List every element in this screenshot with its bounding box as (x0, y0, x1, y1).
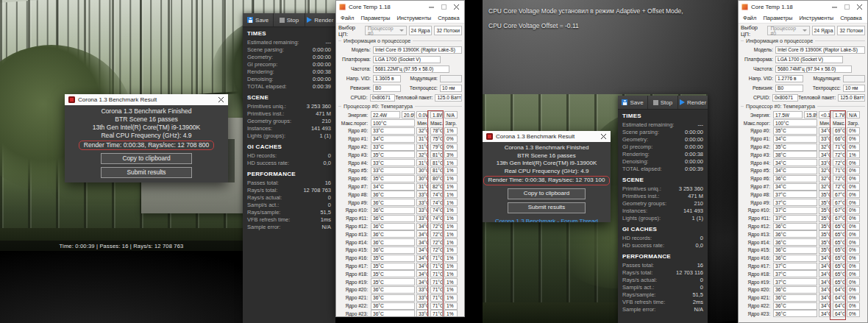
coretemp-window-right: Core Temp 1.18 Файл Параметры Инструмент… (738, 0, 868, 323)
core-max-temp: 65°C (833, 238, 845, 246)
core-current-temp: 33°C (371, 167, 415, 174)
field-label: Платформа: (741, 57, 775, 62)
section-title: PERFORMANCE (622, 253, 703, 261)
menu-item[interactable]: Инструменты (799, 15, 833, 21)
menu-item[interactable]: Параметры (763, 15, 792, 21)
cpu-selector[interactable]: Процессор #0 (767, 26, 809, 35)
core-max-temp: 65°C (833, 230, 845, 238)
render-button[interactable]: Render (305, 13, 335, 26)
menu-item[interactable]: Справка (438, 15, 459, 21)
field-label: Ревизия: (741, 85, 775, 90)
core-label: Ядро #8: (338, 192, 369, 197)
core-label: Ядро #10: (338, 207, 369, 213)
close-icon[interactable] (452, 2, 461, 11)
core-label: Ядро #17: (741, 263, 772, 269)
stat-label: HD success rate: (247, 160, 289, 166)
core-load: 0% (847, 167, 860, 174)
power-cell: 15.8W (804, 111, 817, 118)
core-max-temp: 78°C (430, 127, 443, 135)
close-icon[interactable] (217, 96, 224, 104)
core-min-temp: 33°C (416, 294, 429, 302)
stat-value: 0,0 (696, 242, 703, 249)
title-bar[interactable]: Corona 1.3 Benchmark Result (483, 131, 611, 142)
core-min-temp: 33°C (416, 215, 429, 222)
stat-label: Denoising: (247, 76, 273, 82)
submit-results-button[interactable]: Submit results (101, 167, 192, 178)
section-rows: Estimated remaining:--- Scene parsing:0:… (247, 38, 331, 90)
stop-button[interactable]: Stop (648, 96, 678, 109)
stat-row: HD records:0 (622, 234, 703, 241)
core-label: Ядро #11: (338, 216, 369, 221)
maximize-icon[interactable] (842, 2, 852, 11)
stop-button[interactable]: Stop (274, 13, 305, 26)
core-load: 0% (847, 310, 860, 317)
core-row: Ядро #12: 36°C 35°C 65°C 0% (741, 222, 865, 230)
minimize-icon[interactable] (427, 2, 436, 11)
stat-row: Rays/s actual:0 (247, 194, 331, 201)
core-label: Ядро #7: (741, 184, 772, 189)
threshold-row: Макс.порог: 100°C Мин. Макс. Загр. (338, 119, 462, 127)
core-label: Ядро #12: (741, 224, 772, 229)
stop-icon (653, 100, 658, 105)
minimize-icon[interactable] (830, 2, 839, 11)
row-label: Макс.порог: (741, 121, 772, 126)
power-cell: 1.8W (430, 111, 443, 118)
title-bar[interactable]: Corona 1.3 Benchmark Result (65, 94, 228, 105)
title-bar[interactable]: Core Temp 1.18 (739, 1, 867, 13)
core-min-temp: 31°C (416, 143, 429, 151)
menu-item[interactable]: Справка (840, 15, 861, 21)
menu-item[interactable]: Инструменты (396, 15, 431, 21)
core-label: Ядро #18: (338, 271, 369, 277)
core-label: Ядро #9: (338, 200, 369, 205)
core-label: Ядро #19: (741, 280, 772, 285)
coretemp-window-left: Core Temp 1.18 Файл Параметры Инструмент… (335, 0, 465, 317)
annotation-text: CPU Core Voltage Mode установил в режим … (488, 4, 683, 33)
menu-item[interactable]: Параметры (360, 15, 390, 21)
save-label: Save (630, 99, 643, 106)
submit-results-button[interactable]: Submit results (508, 202, 586, 213)
close-icon[interactable] (600, 133, 607, 141)
core-current-temp: 33°C (371, 143, 415, 151)
cpu-selector[interactable]: Процессор #0 (365, 26, 407, 35)
menu-items: Файл Параметры Инструменты Справка (743, 15, 862, 21)
forum-thread-link[interactable]: Corona 1.3 Benchmark - Forum Thread (483, 218, 611, 222)
copy-to-clipboard-button[interactable]: Copy to clipboard (101, 153, 192, 164)
stat-row: Passes total:16 (622, 261, 703, 269)
core-current-temp: 34°C (773, 167, 817, 174)
save-button[interactable]: Save (618, 96, 648, 109)
section-rows: Estimated remaining:--- Scene parsing:0:… (622, 121, 703, 172)
menu-item[interactable]: Файл (341, 15, 354, 21)
close-icon[interactable] (855, 2, 864, 11)
stat-value: 1ms (321, 216, 331, 223)
stat-label: Instances: (622, 207, 647, 214)
core-row: Ядро #17: 35°C 34°C 71°C 1% (338, 262, 462, 270)
core-min-temp: 34°C (819, 286, 831, 294)
core-load: 0% (847, 159, 860, 166)
title-bar[interactable]: Core Temp 1.18 (336, 1, 464, 13)
core-max-temp: 71°C (833, 143, 845, 151)
result-line: Real CPU Frequency (GHz): 4.9 (65, 132, 228, 140)
core-max-temp: 72°C (430, 238, 443, 246)
cpu-selector-value: Процессор #0 (368, 26, 399, 36)
save-button[interactable]: Save (243, 13, 274, 26)
core-min-temp: 33°C (416, 207, 429, 214)
core-row: Ядро #15: 36°C 34°C 72°C 1% (338, 246, 462, 255)
core-row: Ядро #18: 35°C 34°C 71°C 1% (338, 270, 462, 278)
benchmark-dialog-right: Corona 1.3 Benchmark Result Corona 1.3 B… (483, 131, 611, 222)
core-label: Ядро #1: (741, 136, 772, 141)
core-row: Ядро #19: 35°C 34°C 71°C 1% (338, 278, 462, 286)
maximize-icon[interactable] (439, 2, 449, 11)
copy-to-clipboard-button[interactable]: Copy to clipboard (508, 188, 586, 199)
render-status-text: Time: 0:00:39 | Passes: 16 | Rays/s: 12 … (60, 243, 184, 249)
result-line: Corona 1.3 Benchmark Finished (483, 144, 611, 152)
field-label: Техпроцесс: (401, 85, 440, 90)
render-play-icon (680, 99, 685, 105)
stat-row: Rays/s total:12 703 116 (622, 269, 703, 276)
core-row: Ядро #16: 35°C 34°C 71°C 1% (338, 254, 462, 262)
render-button[interactable]: Render (678, 96, 708, 109)
stat-row: Geometry:0:00:00 (622, 135, 703, 143)
core-min-temp: 34°C (416, 278, 429, 285)
core-max-temp: 72°C (833, 151, 845, 158)
menu-item[interactable]: Файл (743, 15, 756, 21)
core-load: 1% (444, 294, 458, 302)
